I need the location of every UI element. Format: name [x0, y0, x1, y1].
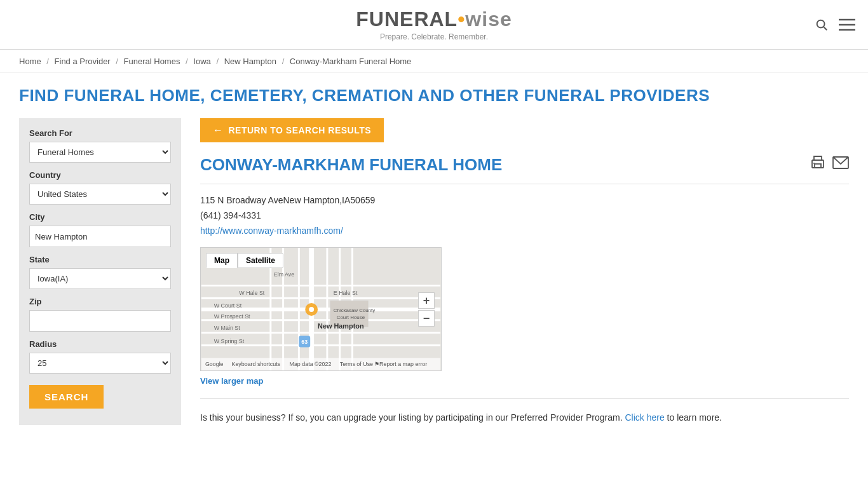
breadcrumb-sep-4: / — [216, 57, 220, 66]
svg-text:Elm Ave: Elm Ave — [274, 271, 295, 278]
svg-text:Court House: Court House — [337, 315, 365, 320]
business-actions — [810, 155, 849, 174]
sidebar: Search For Funeral Homes Cemeteries Crem… — [19, 118, 181, 425]
print-icon — [810, 155, 826, 170]
svg-text:W Spring St: W Spring St — [214, 339, 245, 345]
detail-panel: ← RETURN TO SEARCH RESULTS CONWAY-MARKHA… — [200, 118, 849, 425]
search-button[interactable]: SEARCH — [29, 385, 104, 409]
phone: (641) 394-4331 — [200, 208, 849, 224]
return-to-search-button[interactable]: ← RETURN TO SEARCH RESULTS — [200, 118, 384, 142]
logo: FUNERAL•wise Prepare. Celebrate. Remembe… — [356, 8, 512, 41]
svg-text:Map data ©2022: Map data ©2022 — [290, 361, 332, 367]
map-tab-bar: Map Satellite — [206, 253, 283, 268]
search-for-label: Search For — [29, 128, 171, 138]
menu-icon — [839, 18, 855, 32]
logo-dot: • — [458, 8, 465, 30]
search-for-select[interactable]: Funeral Homes Cemeteries Cremation — [29, 142, 171, 163]
breadcrumb-sep-1: / — [46, 57, 51, 66]
svg-text:New Hampton: New Hampton — [318, 322, 364, 330]
view-larger-map-link[interactable]: View larger map — [200, 376, 849, 386]
map-container: Map Satellite — [200, 247, 442, 371]
return-button-label: RETURN TO SEARCH RESULTS — [229, 125, 372, 135]
svg-text:Terms of Use: Terms of Use — [340, 361, 373, 367]
business-address: 115 N Broadway AveNew Hampton,IA50659 (6… — [200, 193, 849, 238]
header: FUNERAL•wise Prepare. Celebrate. Remembe… — [0, 0, 868, 50]
logo-wise: wise — [465, 8, 512, 30]
svg-text:Google: Google — [205, 361, 224, 367]
svg-point-37 — [309, 307, 314, 312]
svg-text:Keyboard shortcuts: Keyboard shortcuts — [231, 361, 280, 367]
radius-select[interactable]: 5 10 25 50 — [29, 353, 171, 374]
svg-text:E Hale St: E Hale St — [334, 290, 358, 297]
svg-text:63: 63 — [301, 339, 308, 346]
page-title: FIND FUNERAL HOME, CEMETERY, CREMATION A… — [19, 86, 849, 105]
breadcrumb-new-hampton[interactable]: New Hampton — [224, 57, 276, 66]
breadcrumb-sep-3: / — [186, 57, 190, 66]
breadcrumb-home[interactable]: Home — [19, 57, 41, 66]
menu-icon-button[interactable] — [839, 18, 855, 32]
svg-text:Chickasaw County: Chickasaw County — [334, 308, 376, 313]
breadcrumb-iowa[interactable]: Iowa — [193, 57, 210, 66]
business-promo: Is this your business? If so, you can up… — [200, 398, 849, 424]
breadcrumb-sep-2: / — [116, 57, 120, 66]
svg-text:W Court St: W Court St — [214, 302, 242, 309]
map-zoom-out-button[interactable]: − — [418, 310, 435, 327]
city-label: City — [29, 212, 171, 222]
business-name: CONWAY-MARKHAM FUNERAL HOME — [200, 155, 502, 175]
breadcrumb-funeral-homes[interactable]: Funeral Homes — [124, 57, 180, 66]
svg-point-7 — [813, 163, 815, 164]
promo-text-before: Is this your business? If so, you can up… — [200, 412, 623, 423]
svg-line-1 — [824, 27, 827, 30]
promo-click-here-link[interactable]: Click here — [625, 412, 664, 423]
map-zoom-controls: + − — [418, 292, 435, 327]
svg-point-0 — [817, 20, 825, 27]
state-label: State — [29, 255, 171, 264]
layout: Search For Funeral Homes Cemeteries Crem… — [19, 118, 849, 425]
email-icon — [832, 156, 849, 169]
header-icons — [815, 18, 855, 32]
svg-text:⚑: ⚑ — [374, 361, 379, 367]
radius-label: Radius — [29, 339, 171, 349]
state-select[interactable]: Iowa(IA) Alabama(AL) — [29, 268, 171, 289]
country-select[interactable]: United States Canada — [29, 184, 171, 205]
zip-label: Zip — [29, 297, 171, 306]
website-link[interactable]: http://www.conway-markhamfh.com/ — [200, 226, 343, 236]
search-icon-button[interactable] — [815, 18, 829, 32]
country-label: Country — [29, 170, 171, 180]
return-arrow-icon: ← — [213, 125, 224, 136]
search-icon — [815, 18, 829, 32]
map-zoom-in-button[interactable]: + — [418, 292, 435, 309]
map-tab-satellite[interactable]: Satellite — [238, 253, 283, 268]
breadcrumb: Home / Find a Provider / Funeral Homes /… — [0, 50, 868, 73]
breadcrumb-sep-5: / — [282, 57, 287, 66]
logo-tagline: Prepare. Celebrate. Remember. — [356, 32, 512, 41]
print-button[interactable] — [810, 155, 826, 174]
business-header: CONWAY-MARKHAM FUNERAL HOME — [200, 155, 849, 184]
svg-text:Report a map error: Report a map error — [379, 361, 427, 367]
zip-input[interactable] — [29, 310, 171, 332]
breadcrumb-current[interactable]: Conway-Markham Funeral Home — [290, 57, 411, 66]
city-input[interactable]: New Hampton — [29, 226, 171, 247]
address-line1: 115 N Broadway AveNew Hampton,IA50659 — [200, 193, 849, 208]
logo-text: FUNERAL•wise — [356, 8, 512, 31]
svg-rect-6 — [815, 164, 821, 168]
map-tab-map[interactable]: Map — [206, 253, 238, 268]
main-content: FIND FUNERAL HOME, CEMETERY, CREMATION A… — [0, 73, 868, 438]
breadcrumb-find-provider[interactable]: Find a Provider — [55, 57, 111, 66]
email-button[interactable] — [832, 156, 849, 173]
svg-text:W Hale St: W Hale St — [239, 290, 265, 297]
svg-text:W Main St: W Main St — [214, 325, 241, 331]
svg-text:W Prospect St: W Prospect St — [214, 313, 250, 320]
promo-text-after: to learn more. — [667, 412, 722, 423]
